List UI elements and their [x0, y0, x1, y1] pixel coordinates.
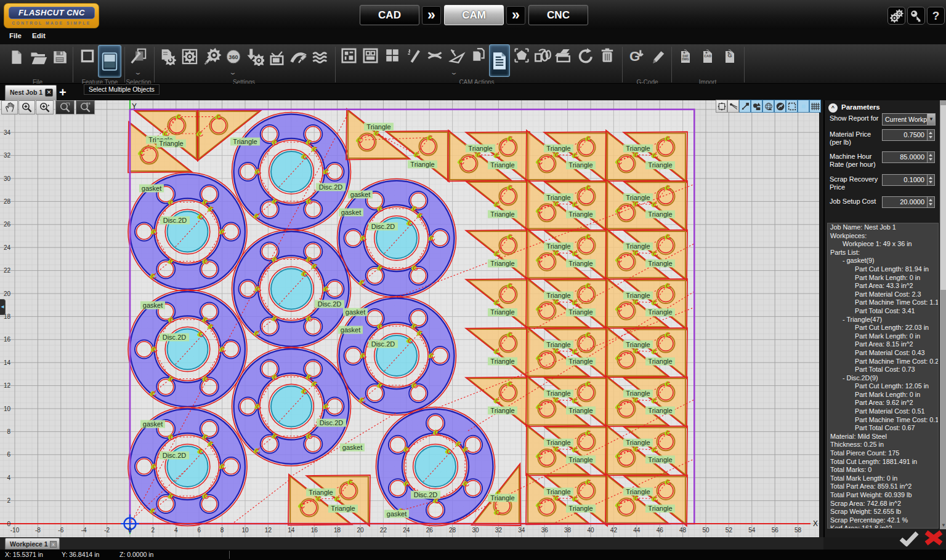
workpiece-tab-close-icon[interactable]: x	[50, 541, 57, 548]
tooltip: Select Multiple Objects	[84, 84, 160, 95]
trash-can-icon	[599, 47, 615, 63]
disc2d-part[interactable]	[269, 266, 314, 311]
pencil-spark-button[interactable]	[404, 46, 422, 65]
window-grid-button[interactable]	[383, 46, 402, 65]
diag-arrows-button[interactable]	[739, 100, 751, 113]
frame-squares2-button[interactable]	[361, 46, 380, 65]
zoom-menu-button[interactable]	[36, 100, 54, 114]
nest-report: Job Name: Nest Job 1Workpieces:Workpiece…	[827, 223, 939, 529]
trash-can-button[interactable]	[598, 46, 617, 65]
torch-gear-button[interactable]	[202, 47, 223, 66]
chevron-down-icon[interactable]: ⌄	[228, 69, 236, 76]
water-waves-button[interactable]	[310, 47, 331, 66]
spinner-updown-icon[interactable]	[928, 196, 935, 208]
drop-gear-button[interactable]	[245, 47, 265, 66]
menu-edit[interactable]: Edit	[32, 32, 46, 39]
nesting-canvas[interactable]: gasketgasketgasketgasketgasketgasketgask…	[0, 100, 819, 537]
printer-icon	[555, 46, 573, 65]
report-line: Job Name: Nest Job 1	[828, 223, 938, 232]
tag-cad-button[interactable]: CAD	[699, 47, 716, 66]
bridge-curves-button[interactable]	[425, 46, 445, 65]
cad-mode-button[interactable]: CAD	[360, 5, 419, 25]
disc2d-part[interactable]	[413, 444, 458, 489]
report-line: Workpieces:	[828, 232, 938, 241]
spinner-updown-icon[interactable]	[928, 129, 935, 141]
svg-text:24: 24	[4, 244, 11, 251]
grid-toggle-button[interactable]	[809, 100, 821, 113]
collapse-panel-icon[interactable]: ^	[828, 103, 838, 113]
doc-new-button[interactable]	[7, 47, 26, 68]
circle-360-button[interactable]: 360	[224, 47, 243, 66]
cancel-button[interactable]	[923, 529, 944, 546]
svg-text:Triangle: Triangle	[648, 505, 672, 512]
svg-text:32: 32	[4, 152, 11, 159]
dot-square-button[interactable]	[798, 100, 809, 113]
report-line: Scrap Weight: 52.655 lb	[828, 508, 938, 516]
tab-nest-job[interactable]: Nest Job 1 ✕	[5, 85, 57, 100]
line-nodes-button[interactable]	[727, 100, 739, 113]
spinner-updown-icon[interactable]	[928, 151, 935, 163]
printer-button[interactable]	[554, 46, 575, 65]
globe-mesh-button[interactable]	[762, 100, 774, 113]
panel-scrollbar[interactable]: ▼	[940, 100, 946, 529]
frame-squares-button[interactable]	[339, 46, 358, 65]
chevron-down-icon[interactable]: ⌄	[134, 69, 142, 76]
scrap-recovery-input[interactable]: 0.1000	[882, 174, 928, 186]
scrollbar-thumb[interactable]	[940, 105, 946, 290]
circle-arrow-button[interactable]	[774, 100, 786, 113]
svg-text:Triangle: Triangle	[546, 341, 570, 348]
cam-mode-button[interactable]: CAM	[444, 5, 504, 25]
svg-text:gasket: gasket	[143, 420, 163, 428]
chevron-down-icon[interactable]: ⌄	[450, 69, 458, 76]
cursor-tri-button[interactable]	[447, 46, 467, 65]
g-arrow-button[interactable]: G	[627, 47, 647, 66]
shape-set-button[interactable]	[751, 100, 762, 113]
pentagon-scale-button[interactable]	[512, 46, 532, 65]
pen-curve-button[interactable]	[288, 47, 309, 66]
tag-g-button[interactable]: G	[721, 47, 738, 66]
disc2d-part[interactable]	[269, 150, 314, 194]
pencil-spark-icon	[405, 47, 421, 63]
folder-open-button[interactable]	[28, 47, 49, 68]
panel-collapse-handle[interactable]: ◄	[0, 299, 6, 315]
license-key-button[interactable]	[907, 7, 925, 25]
zoom-window-button[interactable]	[55, 100, 75, 114]
gear-box-button[interactable]	[180, 47, 200, 66]
menu-file[interactable]: File	[9, 32, 22, 39]
apply-button[interactable]	[899, 530, 920, 546]
square-outline-button[interactable]	[78, 47, 97, 65]
link-rotate-button[interactable]	[533, 46, 552, 65]
docs-pair-button[interactable]	[469, 46, 488, 65]
window-pane-button[interactable]	[98, 45, 121, 78]
fit-extents-button[interactable]	[716, 100, 727, 113]
show-report-for-dropdown[interactable]: Current Workpiece	[882, 113, 928, 126]
machine-hour-input[interactable]: 85.0000	[882, 151, 928, 163]
tab-workpiece[interactable]: Workpiece 1 x	[5, 538, 60, 550]
dashed-square-button[interactable]	[786, 100, 798, 113]
svg-text:Triangle: Triangle	[568, 407, 592, 414]
select-wand-button[interactable]	[128, 46, 149, 66]
disc2d-part[interactable]	[269, 384, 314, 429]
undo-arrow-button[interactable]	[576, 46, 596, 65]
tag-dxf-button[interactable]: DXFDWG	[677, 47, 694, 66]
zoom-tiles-button[interactable]	[76, 100, 95, 114]
new-tab-button[interactable]: +	[59, 86, 67, 100]
spinner-updown-icon[interactable]	[928, 174, 935, 186]
cnc-mode-button[interactable]: CNC	[528, 5, 588, 25]
material-price-input[interactable]: 0.7500	[882, 129, 928, 141]
settings-gears-button[interactable]	[887, 7, 905, 25]
doc-lines-button[interactable]	[489, 44, 510, 77]
zoom-in-button[interactable]	[18, 100, 35, 114]
pencil-button[interactable]	[649, 47, 667, 66]
monitor-ears-button[interactable]	[267, 47, 287, 66]
disc2d-part[interactable]	[165, 444, 210, 489]
tab-close-icon[interactable]: ✕	[45, 89, 53, 97]
job-setup-cost-input[interactable]: 20.0000	[882, 196, 928, 208]
help-button[interactable]: ?	[927, 7, 945, 25]
floppy-save-button[interactable]	[51, 47, 69, 68]
doc-gear-button[interactable]	[158, 47, 177, 66]
hand-pan-button[interactable]	[1, 100, 18, 114]
svg-text:DXF: DXF	[682, 55, 689, 58]
chevron-down-icon[interactable]: ▼	[928, 113, 936, 126]
scroll-down-icon[interactable]: ▼	[941, 522, 946, 528]
